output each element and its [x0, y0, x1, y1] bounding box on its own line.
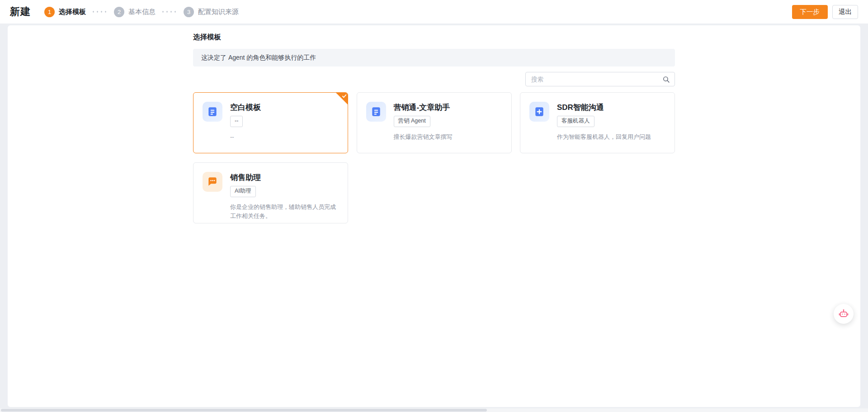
chat-bubble-icon	[203, 172, 222, 192]
template-tag: 营销 Agent	[394, 116, 430, 127]
step-separator-dots	[91, 11, 108, 13]
template-title: 营销通-文章助手	[394, 102, 450, 112]
template-description: 擅长爆款营销文章撰写	[394, 133, 502, 142]
header-actions: 下一步 退出	[792, 5, 859, 19]
template-title: 空白模板	[230, 102, 261, 112]
search-box	[525, 72, 675, 86]
step-indicator: 1 选择模板 2 基本信息 3 配置知识来源	[44, 7, 239, 17]
assistant-fab[interactable]	[834, 304, 854, 324]
document-icon	[203, 102, 222, 122]
template-tag: AI助理	[230, 186, 256, 197]
template-description: 你是企业的销售助理，辅助销售人员完成工作相关任务。	[230, 203, 339, 221]
template-card-blank[interactable]: 空白模板 -- --	[193, 92, 348, 153]
template-card-sdr[interactable]: SDR智能沟通 客服机器人 作为智能客服机器人，回复用户问题	[520, 92, 675, 153]
template-description: 作为智能客服机器人，回复用户问题	[557, 133, 665, 142]
search-input[interactable]	[531, 76, 662, 83]
step-separator-dots	[161, 11, 178, 13]
step-number-badge: 3	[184, 7, 194, 17]
horizontal-scrollbar-track	[0, 408, 868, 412]
step-number-badge: 1	[44, 7, 55, 17]
step-knowledge-source[interactable]: 3 配置知识来源	[184, 7, 239, 17]
template-grid: 空白模板 -- -- 营销通-文章助手 营销 Agent	[193, 92, 675, 223]
step-basic-info[interactable]: 2 基本信息	[114, 7, 156, 17]
next-step-button[interactable]: 下一步	[792, 5, 828, 19]
template-title: SDR智能沟通	[557, 102, 604, 112]
exit-button[interactable]: 退出	[832, 5, 858, 19]
step-number-badge: 2	[114, 7, 124, 17]
content-column: 选择模板 这决定了 Agent 的角色和能够执行的工作	[193, 25, 675, 223]
document-icon	[366, 102, 386, 122]
step-label: 选择模板	[59, 8, 86, 16]
template-title: 销售助理	[230, 172, 261, 182]
section-title: 选择模板	[193, 33, 675, 42]
horizontal-scrollbar-thumb[interactable]	[1, 409, 487, 412]
search-icon	[662, 76, 670, 83]
info-banner: 这决定了 Agent 的角色和能够执行的工作	[193, 49, 675, 66]
check-icon	[342, 94, 347, 99]
step-label: 配置知识来源	[198, 8, 239, 16]
template-card-sales-assistant[interactable]: 销售助理 AI助理 你是企业的销售助理，辅助销售人员完成工作相关任务。	[193, 162, 348, 223]
template-tag: 客服机器人	[557, 116, 594, 127]
robot-icon	[838, 308, 849, 319]
step-select-template[interactable]: 1 选择模板	[44, 7, 86, 17]
book-plus-icon	[529, 102, 549, 122]
template-card-marketing-article[interactable]: 营销通-文章助手 营销 Agent 擅长爆款营销文章撰写	[357, 92, 512, 153]
search-row	[193, 72, 675, 86]
step-label: 基本信息	[128, 8, 156, 16]
header: 新建 1 选择模板 2 基本信息 3 配置知识来源 下一步 退出	[0, 0, 868, 24]
main-panel: 选择模板 这决定了 Agent 的角色和能够执行的工作	[8, 25, 860, 407]
template-description: --	[230, 133, 339, 142]
template-tag: --	[230, 116, 243, 127]
page-title: 新建	[10, 5, 31, 19]
